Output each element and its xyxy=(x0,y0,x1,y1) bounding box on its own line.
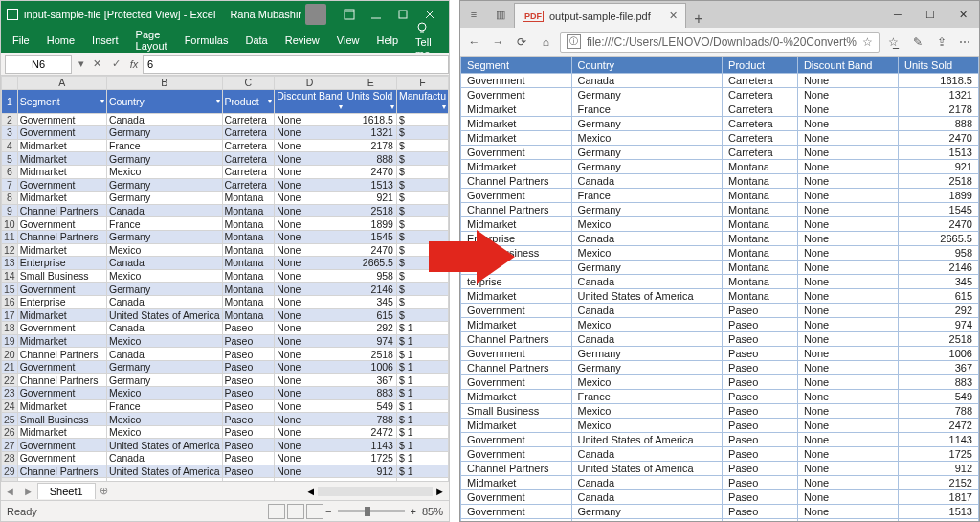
table-cell[interactable]: $ 1 xyxy=(396,348,448,361)
table-cell[interactable]: 921 xyxy=(345,192,396,205)
table-cell[interactable]: Midmarket xyxy=(17,425,106,439)
table-cell[interactable]: None xyxy=(275,374,345,387)
filter-icon[interactable]: ▾ xyxy=(268,96,272,107)
table-cell[interactable]: 1725 xyxy=(345,452,396,465)
table-cell[interactable]: Midmarket xyxy=(17,334,106,348)
table-cell[interactable]: 1006 xyxy=(345,360,396,374)
page-break-view-icon[interactable] xyxy=(306,504,323,519)
table-cell[interactable]: Channel Partners xyxy=(17,230,106,243)
table-cell[interactable]: Channel Partners xyxy=(17,204,106,217)
row-header[interactable]: 4 xyxy=(2,139,18,152)
row-header[interactable]: 30 xyxy=(2,478,18,481)
table-cell[interactable]: $ xyxy=(396,204,448,217)
table-cell[interactable]: Government xyxy=(17,322,106,335)
table-cell[interactable]: Mexico xyxy=(106,425,222,439)
zoom-control[interactable]: − + 85% xyxy=(325,506,443,517)
row-header[interactable]: 7 xyxy=(2,178,18,192)
tab-close-icon[interactable]: ✕ xyxy=(669,10,678,22)
table-cell[interactable]: Midmarket xyxy=(17,308,106,322)
table-cell[interactable]: Small Business xyxy=(17,269,106,283)
table-header-cell[interactable]: Segment▾ xyxy=(17,89,106,113)
row-header[interactable]: 9 xyxy=(2,204,18,217)
row-header[interactable]: 11 xyxy=(2,230,18,243)
table-cell[interactable]: Mexico xyxy=(106,413,222,426)
filter-icon[interactable]: ▾ xyxy=(216,96,220,107)
table-cell[interactable]: None xyxy=(275,243,345,257)
table-cell[interactable]: None xyxy=(275,452,345,465)
zoom-out-icon[interactable]: − xyxy=(325,506,331,517)
row-header[interactable]: 27 xyxy=(2,439,18,452)
table-cell[interactable]: 1321 xyxy=(345,126,396,140)
address-bar[interactable]: ⓘ file:///C:/Users/LENOVO/Downloads/0-%2… xyxy=(560,32,880,53)
row-header[interactable]: 14 xyxy=(2,269,18,283)
table-cell[interactable]: Germany xyxy=(106,178,222,192)
table-header-cell[interactable]: Units Sold▾ xyxy=(345,89,396,113)
table-cell[interactable]: Small Business xyxy=(17,413,106,426)
table-cell[interactable]: None xyxy=(275,478,345,481)
row-header[interactable]: 10 xyxy=(2,217,18,231)
table-cell[interactable]: Germany xyxy=(106,192,222,205)
table-cell[interactable]: None xyxy=(275,126,345,140)
table-cell[interactable]: Carretera xyxy=(222,139,275,152)
edge-close-button[interactable]: ✕ xyxy=(947,1,979,28)
table-cell[interactable]: None xyxy=(275,192,345,205)
table-cell[interactable]: Enterprise xyxy=(17,295,106,308)
row-header[interactable]: 16 xyxy=(2,295,18,308)
table-cell[interactable]: $ xyxy=(396,217,448,231)
table-cell[interactable]: Montana xyxy=(222,243,275,257)
notes-button[interactable]: ✎ xyxy=(907,30,927,55)
table-cell[interactable]: $ xyxy=(396,139,448,152)
table-cell[interactable]: None xyxy=(275,113,345,126)
table-cell[interactable]: Government xyxy=(17,217,106,231)
table-cell[interactable]: $ xyxy=(396,192,448,205)
column-header[interactable]: F xyxy=(396,77,448,90)
table-cell[interactable]: Enterprise xyxy=(17,257,106,270)
tab-home[interactable]: Home xyxy=(39,31,82,50)
table-cell[interactable]: Germany xyxy=(106,230,222,243)
table-cell[interactable]: Mexico xyxy=(106,387,222,400)
table-cell[interactable]: United States of America xyxy=(106,308,222,322)
row-header[interactable]: 3 xyxy=(2,126,18,140)
table-cell[interactable]: Montana xyxy=(222,257,275,270)
column-header[interactable]: E xyxy=(345,77,396,90)
table-cell[interactable]: $ 1 xyxy=(396,439,448,452)
cancel-formula-icon[interactable]: ✕ xyxy=(87,57,106,70)
scroll-left-icon[interactable]: ◄ xyxy=(305,486,316,497)
table-cell[interactable]: France xyxy=(106,399,222,413)
table-cell[interactable]: Montana xyxy=(222,230,275,243)
table-cell[interactable]: Government xyxy=(17,360,106,374)
table-cell[interactable]: 292 xyxy=(345,322,396,335)
table-cell[interactable]: Government xyxy=(17,126,106,140)
table-cell[interactable]: Paseo xyxy=(222,360,275,374)
table-cell[interactable]: Canada xyxy=(106,322,222,335)
table-cell[interactable]: None xyxy=(275,322,345,335)
table-cell[interactable]: Canada xyxy=(106,257,222,270)
table-cell[interactable]: 888 xyxy=(345,152,396,166)
table-cell[interactable]: 1899 xyxy=(345,217,396,231)
zoom-slider[interactable] xyxy=(338,510,405,512)
row-header[interactable]: 26 xyxy=(2,425,18,439)
row-header[interactable]: 1 xyxy=(2,89,18,113)
name-box-dropdown-icon[interactable]: ▾ xyxy=(76,57,87,70)
table-cell[interactable]: Channel Partners xyxy=(17,374,106,387)
scroll-right-icon[interactable]: ► xyxy=(434,486,445,497)
table-cell[interactable]: Government xyxy=(17,452,106,465)
table-cell[interactable]: $ 1 xyxy=(396,465,448,478)
table-cell[interactable]: Mexico xyxy=(106,334,222,348)
row-header[interactable]: 12 xyxy=(2,243,18,257)
table-cell[interactable]: None xyxy=(275,399,345,413)
table-cell[interactable]: None xyxy=(275,230,345,243)
row-header[interactable]: 8 xyxy=(2,192,18,205)
row-header[interactable]: 15 xyxy=(2,283,18,296)
table-cell[interactable]: Germany xyxy=(106,283,222,296)
column-header[interactable]: D xyxy=(275,77,345,90)
table-cell[interactable]: Government xyxy=(17,439,106,452)
table-cell[interactable]: Paseo xyxy=(222,439,275,452)
table-cell[interactable]: None xyxy=(275,360,345,374)
table-cell[interactable]: Government xyxy=(17,113,106,126)
select-all-button[interactable] xyxy=(2,77,18,90)
more-button[interactable]: ⋯ xyxy=(955,30,975,55)
table-cell[interactable]: Paseo xyxy=(222,387,275,400)
favorites-button[interactable]: ☆̲ xyxy=(883,30,903,55)
table-header-cell[interactable]: Manufactu▾ xyxy=(396,89,448,113)
